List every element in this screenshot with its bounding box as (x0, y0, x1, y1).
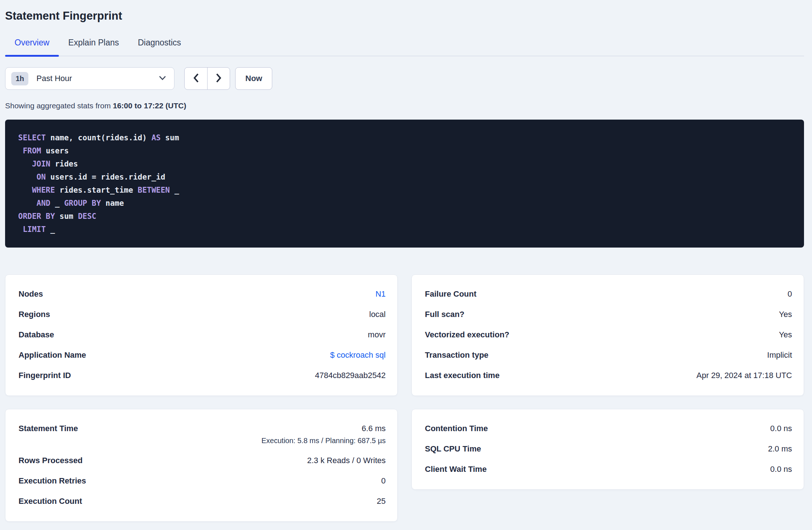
stat-value-wrap: 2.0 ms (768, 444, 792, 454)
stat-value-wrap: 0 (381, 476, 386, 486)
stat-label: SQL CPU Time (425, 444, 481, 454)
stat-value: 2.0 ms (768, 444, 792, 454)
sql-line: AND _ GROUP BY name (18, 197, 791, 210)
sql-keyword: DESC (78, 212, 96, 221)
stat-label: Database (19, 330, 54, 340)
stat-row: NodesN1 (19, 289, 386, 299)
sql-token: _ (170, 186, 179, 194)
sql-keyword: JOIN (32, 160, 51, 168)
tab-bar: OverviewExplain PlansDiagnostics (5, 38, 804, 56)
stat-value-wrap: $ cockroach sql (330, 350, 386, 360)
stat-label: Execution Retries (19, 476, 86, 486)
stat-row: Vectorized execution?Yes (425, 330, 792, 340)
sql-token: users.id = rides.rider_id (46, 173, 165, 181)
stat-label: Nodes (19, 289, 43, 299)
stat-value-wrap: 2.3 k Reads / 0 Writes (307, 456, 386, 465)
chevron-left-icon (193, 73, 199, 84)
stat-value: 0.0 ns (770, 465, 792, 474)
overview-card-left: NodesN1RegionslocalDatabasemovrApplicati… (5, 274, 398, 396)
stat-row: Failure Count0 (425, 289, 792, 299)
sql-token: name (101, 199, 124, 208)
sql-keyword: SELECT (18, 133, 46, 142)
sql-keyword: FROM (23, 146, 41, 155)
timings-card-right: Contention Time0.0 nsSQL CPU Time2.0 msC… (411, 409, 804, 490)
sql-line: LIMIT _ (18, 223, 791, 236)
stat-label: Statement Time (19, 424, 78, 433)
stat-value: Yes (779, 330, 792, 340)
stat-subvalue: Execution: 5.8 ms / Planning: 687.5 µs (261, 437, 386, 445)
sql-keyword: AS (152, 133, 161, 142)
time-interval-label: Past Hour (36, 74, 159, 83)
stats-summary-range: 16:00 to 17:22 (UTC) (113, 101, 186, 110)
overview-card-right: Failure Count0Full scan?YesVectorized ex… (411, 274, 804, 396)
sql-keyword: LIMIT (23, 225, 46, 234)
tab-overview[interactable]: Overview (5, 38, 59, 56)
sql-token (18, 160, 32, 168)
stat-label: Last execution time (425, 371, 499, 380)
stat-label: Regions (19, 310, 50, 319)
timings-card-left: Statement Time6.6 msExecution: 5.8 ms / … (5, 409, 398, 522)
stat-value: 0 (381, 476, 386, 486)
stat-value: 25 (377, 497, 386, 506)
sql-line: ORDER BY sum DESC (18, 210, 791, 223)
stat-label: Transaction type (425, 350, 489, 360)
stat-row: Databasemovr (19, 330, 386, 340)
stat-label: Fingerprint ID (19, 371, 71, 380)
sql-token: name, count(rides.id) (46, 133, 152, 142)
stat-value-wrap: 6.6 msExecution: 5.8 ms / Planning: 687.… (261, 424, 386, 445)
stat-value-wrap: 4784cb829aab2542 (315, 371, 386, 380)
sql-keyword: BETWEEN (138, 186, 170, 194)
stat-row: Statement Time6.6 msExecution: 5.8 ms / … (19, 424, 386, 445)
sql-token: sum (55, 212, 78, 221)
sql-keyword: WHERE (32, 186, 55, 194)
stat-label: Rows Processed (19, 456, 83, 465)
stat-value-link[interactable]: $ cockroach sql (330, 350, 386, 360)
sql-line: JOIN rides (18, 157, 791, 170)
sql-token (18, 225, 23, 234)
sql-keyword: AND (37, 199, 51, 208)
now-button[interactable]: Now (235, 67, 272, 90)
stat-value: movr (368, 330, 386, 340)
stat-row: Application Name$ cockroach sql (19, 350, 386, 360)
sql-token (18, 173, 37, 181)
tab-explain-plans[interactable]: Explain Plans (59, 38, 128, 56)
stat-value: 0 (788, 289, 792, 299)
stat-value: 2.3 k Reads / 0 Writes (307, 456, 386, 465)
stat-value: Yes (779, 310, 792, 319)
sql-token (18, 199, 37, 208)
tab-diagnostics[interactable]: Diagnostics (128, 38, 190, 56)
stat-label: Client Wait Time (425, 465, 487, 474)
chevron-down-icon (159, 76, 166, 81)
sql-token (18, 186, 32, 194)
time-interval-dropdown[interactable]: 1h Past Hour (5, 67, 174, 90)
sql-token: _ (51, 199, 64, 208)
stat-value-wrap: Implicit (767, 350, 792, 360)
stat-row: Contention Time0.0 ns (425, 424, 792, 433)
stat-value: 4784cb829aab2542 (315, 371, 386, 380)
stats-cards-grid: NodesN1RegionslocalDatabasemovrApplicati… (5, 274, 804, 522)
stat-value-wrap: 0.0 ns (770, 465, 792, 474)
sql-keyword: GROUP BY (64, 199, 101, 208)
sql-line: ON users.id = rides.rider_id (18, 170, 791, 184)
sql-keyword: ON (37, 173, 46, 181)
stat-value-wrap: local (369, 310, 386, 319)
stat-value-wrap: Yes (779, 330, 792, 340)
sql-token: _ (46, 225, 55, 234)
sql-statement-box: SELECT name, count(rides.id) AS sum FROM… (5, 120, 804, 248)
stat-value-wrap: movr (368, 330, 386, 340)
stat-label: Failure Count (425, 289, 477, 299)
time-pager (184, 67, 230, 90)
stat-label: Execution Count (19, 497, 82, 506)
time-interval-badge: 1h (11, 72, 28, 85)
time-picker-toolbar: 1h Past Hour Now (5, 67, 804, 90)
next-time-button[interactable] (207, 68, 230, 89)
prev-time-button[interactable] (185, 68, 207, 89)
sql-line: FROM users (18, 144, 791, 157)
stat-value-wrap: 0 (788, 289, 792, 299)
stat-value-link[interactable]: N1 (375, 289, 386, 299)
stat-value: Apr 29, 2024 at 17:18 UTC (696, 371, 792, 380)
stat-row: Fingerprint ID4784cb829aab2542 (19, 371, 386, 380)
stat-value-wrap: N1 (375, 289, 386, 299)
chevron-right-icon (216, 73, 222, 84)
stat-value: 6.6 ms (362, 424, 386, 433)
